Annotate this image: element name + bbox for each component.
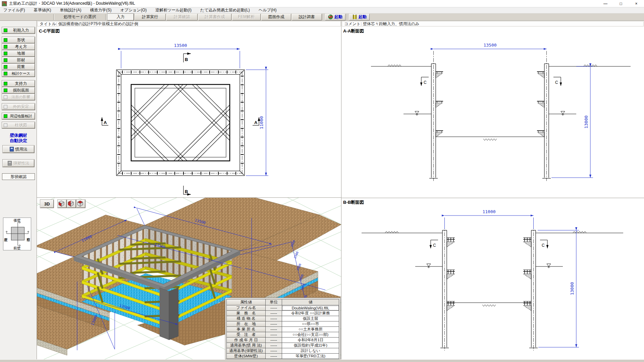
sidebar-item-shape[interactable]: 形状 [2,37,35,43]
minimize-icon[interactable]: — [598,0,613,7]
property-table: 属性値 単位 値 ファイル名-----DoubleWaling(V6).f8L … [226,299,339,359]
elastoplastic-method-button: 弾塑性法 [3,160,34,167]
sidebar-item-surrounding-ground[interactable]: 周辺地盤検討 [2,113,35,119]
plan-dim-right: 11000 [259,116,264,129]
header-value: 値 [282,299,339,305]
header-unit: 単位 [265,299,282,305]
sidebar: 初期入力 形状 考え方 地層 部材 荷重 検討ケース 支持力 掘削底面 法面の影… [0,21,37,359]
launch-label: 起動 [334,14,342,20]
ladder-icon [352,14,357,19]
status-led-icon [4,58,7,62]
launch-tool-button[interactable]: 起動 [349,14,370,20]
sidebar-item-bearing-capacity[interactable]: 支持力 [2,80,35,87]
maximize-icon[interactable]: □ [613,0,629,7]
section-aa-drawing: 13500 13000 C C [341,21,644,198]
table-row: 作 成 年 月 日-----令和2年8月1日 [227,338,339,343]
status-led-icon [4,114,7,118]
tab-input[interactable]: 入力 [107,14,134,20]
aa-structure [371,51,631,181]
status-led-icon [4,95,7,99]
table-row: 適用基準(慣 用 法)-----仮設指針(平成11年) [227,343,339,348]
conventional-method-button[interactable]: 慣用法 [3,145,34,153]
sidebar-item-members[interactable]: 部材 [2,57,35,63]
sidebar-item-approach[interactable]: 考え方 [2,44,35,50]
compass-back-wall: 後壁 [13,218,21,222]
menu-file[interactable]: ファイル(F) [3,7,25,13]
close-icon[interactable]: × [629,0,644,7]
sidebar-item-loads[interactable]: 荷重 [2,64,35,70]
plan-view-pane: C-C平面図 [37,21,341,197]
menu-bar: ファイル(F) 基準値(K) 単独設計(A) 構造力学(S) オプション(O) … [0,7,644,13]
status-led-icon [4,82,7,85]
bb-structure [362,218,623,351]
sidebar-item-initial-input[interactable]: 初期入力 [2,27,35,34]
table-row: 所 在 地-----○○県○○市 [227,321,339,327]
aa-section-markers [421,77,561,86]
toolbar-separator [347,14,348,20]
plan-view-drawing: 13500 11000 B B A A [37,21,341,197]
menu-standard-values[interactable]: 基準値(K) [34,7,51,13]
sidebar-item-external-stability: 外的安定 [2,104,35,110]
menu-structural-mechanics[interactable]: 構造力学(S) [90,7,111,13]
bb-marker-c-right: C [542,243,545,248]
table-row: 受 注 者-----○○会社(○○支店○○部) [227,332,339,338]
button-drawing-create[interactable]: 図面作成 [261,14,291,20]
bb-dim-right: 13000 [570,282,575,295]
view-3d-button[interactable]: 3D [40,200,54,208]
status-led-icon [4,105,7,109]
shape-confirm-button[interactable]: 形状確認 [2,173,35,180]
table-row: 適用基準(弾塑性法)-----設計しない [227,348,339,354]
button-design-record[interactable]: 設計調書 [292,14,322,20]
window-title: 土留め工の設計・3DCAD Ver.16(Advanced版) - Double… [9,1,135,6]
status-led-icon [4,45,7,49]
sidebar-item-strata[interactable]: 地層 [2,50,35,57]
plan-marker-b-top: B [185,57,188,62]
launch-3d-button[interactable]: 起動 [325,14,345,20]
view-cube-top-button[interactable] [76,200,85,208]
status-led-icon [4,88,7,92]
section-aa-pane: A-A断面図 [341,21,644,198]
section-bb-drawing: 11000 13000 C C [341,198,644,359]
table-row: 業 務 名-----令和2年度 ○○設計業務 [227,311,339,316]
plan-dimensions [121,49,268,176]
main-area: タイトル: 仮設構造物の設計P75中規模土留めの設計例 コメント: 壁体芯々距離… [37,21,644,359]
plan-marker-b-bottom: B [185,189,188,194]
calculator-icon [10,147,14,152]
menu-simple-shoring[interactable]: たて込み簡易土留め起動(L) [200,7,250,13]
launch-label: 起動 [359,14,367,20]
view-cube-half-button[interactable] [67,200,76,208]
sidebar-item-study-cases[interactable]: 検討ケース [2,70,35,77]
sidebar-item-boring-log: 柱状図 [2,122,35,128]
aa-dimensions [434,49,593,178]
menu-help[interactable]: ヘルプ(H) [259,7,277,13]
cube-icon [67,200,74,207]
table-row: 壁体(SMW壁)-----等厚壁(TRD工法) [227,354,339,359]
button-calc-run[interactable]: 計算実行 [135,14,166,20]
corner-braces [131,84,230,161]
sidebar-item-slope-effect: 法面の影響 [2,94,35,100]
view-cube-front-button[interactable] [58,200,66,208]
aa-dim-top: 13500 [483,43,496,48]
aa-marker-c-left: C [424,80,427,85]
mode-select-label: 処理モードの選択 [55,14,105,20]
toolbar-separator [105,14,106,20]
filename-value[interactable]: DoubleWaling(V6).f8L [282,305,339,311]
status-led-icon [4,52,7,55]
status-led-icon [4,28,7,32]
menu-inverse-analysis[interactable]: 逆解析ツール起動(I) [155,7,192,13]
section-bb-pane: B-B断面図 [341,198,644,359]
status-led-icon [4,123,7,127]
menu-options[interactable]: オプション(O) [120,7,147,13]
aa-marker-c-right: C [555,80,558,85]
table-row: 構 造 物 名-----仮設土留 [227,316,339,321]
status-led-icon [4,72,7,75]
status-bar [0,359,644,362]
compass-left-wall: 左壁 [4,238,7,242]
cube-icon [77,200,84,207]
plan-marker-a-right: A [254,120,258,125]
header-attribute: 属性値 [227,299,266,305]
button-calc-check: 計算確認 [166,14,198,20]
menu-single-design[interactable]: 単独設計(A) [60,7,81,13]
app-icon [2,1,7,6]
sidebar-item-excavation-bottom[interactable]: 掘削底面 [2,87,35,94]
